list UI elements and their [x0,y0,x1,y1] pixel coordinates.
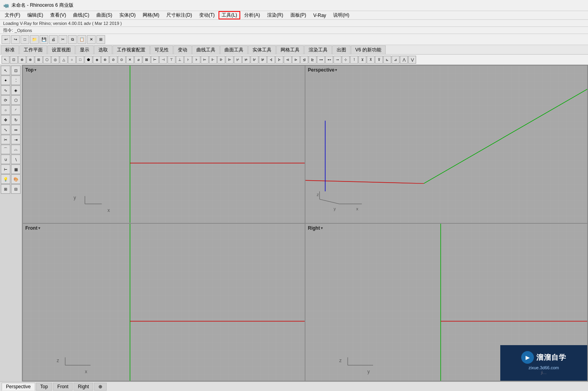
icon-tool-11[interactable]: ◈ [93,56,101,64]
menu-item-L[interactable]: 工具(L) [219,11,240,19]
save-button[interactable]: 💾 [40,35,48,44]
right-viewport-label[interactable]: Right ▾ [308,225,323,231]
icon-tool-14[interactable]: ⊙ [118,56,126,64]
menu-item-VRay[interactable]: V-Ray [310,12,330,19]
new-button[interactable]: □ [21,35,29,44]
menu-item-O[interactable]: 实体(O) [116,11,139,19]
select-all-button[interactable]: ⊞ [96,35,105,44]
icon-tool-21[interactable]: ⊥ [176,56,184,64]
icon-tool-22[interactable]: ⊦ [184,56,192,64]
chamfer-tool[interactable]: ⌓ [11,145,21,154]
icon-tool-49[interactable]: ⋁ [408,56,416,64]
render-tool[interactable]: 💡 [1,174,10,184]
icon-tool-13[interactable]: ⊘ [109,56,117,64]
icon-tool-25[interactable]: ⊩ [209,56,217,64]
bottom-tab-top[interactable]: Top [36,383,52,391]
icon-tool-4[interactable]: ⊞ [35,56,43,64]
trim-tool[interactable]: ✂ [1,135,10,144]
tab-工作视窗配置[interactable]: 工作视窗配置 [113,45,150,54]
icon-tool-26[interactable]: ⊪ [217,56,225,64]
menu-item-C[interactable]: 曲线(C) [70,11,92,19]
tab-标准[interactable]: 标准 [1,45,19,54]
fillet-tool[interactable]: ⌒ [1,145,10,154]
icon-tool-30[interactable]: ⊮ [251,56,258,64]
icon-tool-45[interactable]: ⊽ [375,56,383,64]
menu-item-T[interactable]: 变动(T) [196,11,218,19]
point-cloud-tool[interactable]: ⁚ [11,76,21,85]
top-viewport-label[interactable]: Top ▾ [25,67,36,73]
icon-tool-28[interactable]: ⊬ [234,56,242,64]
icon-tool-2[interactable]: ⊕ [18,56,26,64]
icon-tool-34[interactable]: ⊲ [284,56,292,64]
bottom-tab-right[interactable]: Right [74,383,93,391]
select-sub-tool[interactable]: ⊡ [11,66,21,75]
point-tool[interactable]: ✦ [1,76,10,85]
snap-tool[interactable]: ⊟ [11,184,21,194]
icon-tool-38[interactable]: ⊶ [317,56,325,64]
cut-button[interactable]: ✂ [58,35,67,44]
menu-item-A[interactable]: 分析(A) [241,11,263,19]
extend-tool[interactable]: ⇥ [11,135,21,144]
mirror-tool[interactable]: ⇔ [11,125,21,134]
icon-tool-36[interactable]: ⊴ [300,56,308,64]
icon-tool-43[interactable]: ⊻ [358,56,366,64]
icon-tool-18[interactable]: ⊢ [151,56,159,64]
icon-tool-46[interactable]: ⊾ [383,56,391,64]
icon-tool-23[interactable]: ⊧ [192,56,200,64]
icon-tool-6[interactable]: ◎ [51,56,59,64]
icon-tool-12[interactable]: ⊛ [101,56,109,64]
menu-item-S[interactable]: 曲面(S) [93,11,115,19]
viewport-right[interactable]: z y Right ▾ ▶ 溜溜自学 zixue.3d66.com ji... [305,224,587,381]
menu-item-F[interactable]: 文件(F) [2,11,23,19]
tab-网格工具[interactable]: 网格工具 [276,45,304,54]
perspective-dropdown-arrow[interactable]: ▾ [335,68,337,72]
transform-tool[interactable]: ⟳ [1,95,10,105]
curve-tool[interactable]: ∿ [1,85,10,95]
icon-tool-31[interactable]: ⊯ [259,56,267,64]
rotate-tool[interactable]: ↻ [11,115,21,125]
icon-tool-9[interactable]: □ [76,56,84,64]
tab-设置视图[interactable]: 设置视图 [47,45,75,54]
menu-item-D[interactable]: 尺寸标注(D) [163,11,195,19]
icon-tool-29[interactable]: ⊭ [242,56,250,64]
arc-tool[interactable]: ◜ [11,105,21,115]
material-tool[interactable]: 🎨 [11,174,21,184]
icon-tool-17[interactable]: ⊠ [143,56,151,64]
tab-曲线工具[interactable]: 曲线工具 [192,45,220,54]
front-viewport-label[interactable]: Front ▾ [25,225,40,231]
icon-tool-24[interactable]: ⊨ [201,56,209,64]
icon-tool-0[interactable]: ↖ [2,56,9,64]
menu-item-P[interactable]: 面板(P) [287,11,309,19]
tab-出图[interactable]: 出图 [332,45,351,54]
move-tool[interactable]: ✥ [1,115,10,125]
icon-tool-16[interactable]: ⌀ [134,56,142,64]
icon-tool-37[interactable]: ⊵ [309,56,317,64]
icon-tool-7[interactable]: △ [60,56,68,64]
icon-tool-19[interactable]: ⊣ [159,56,167,64]
tab-实体工具[interactable]: 实体工具 [248,45,276,54]
icon-tool-44[interactable]: ⊼ [367,56,375,64]
tab-渲染工具[interactable]: 渲染工具 [304,45,332,54]
icon-tool-48[interactable]: ⋀ [400,56,408,64]
viewport-perspective[interactable]: z y x Perspective ▾ [305,66,587,223]
open-button[interactable]: 📁 [30,35,39,44]
boolean-union[interactable]: ∪ [1,155,10,164]
front-dropdown-arrow[interactable]: ▾ [38,226,40,230]
icon-tool-42[interactable]: ⊺ [350,56,358,64]
tab-变动[interactable]: 变动 [173,45,192,54]
boolean-diff[interactable]: ∖ [11,155,21,164]
viewport-top[interactable]: y x Top ▾ [23,66,305,223]
tab-工作平面[interactable]: 工作平面 [19,45,47,54]
icon-tool-33[interactable]: ⊱ [275,56,283,64]
paste-button[interactable]: 📋 [77,35,86,44]
tab-显示[interactable]: 显示 [75,45,94,54]
top-dropdown-arrow[interactable]: ▾ [34,68,36,72]
icon-tool-32[interactable]: ⊰ [267,56,275,64]
tab-曲面工具[interactable]: 曲面工具 [220,45,248,54]
tab-V6 的新功能[interactable]: V6 的新功能 [351,45,386,54]
dim-tool[interactable]: ⊢ [1,164,10,174]
viewport-front[interactable]: z x Front ▾ [23,224,305,381]
undo-button[interactable]: ↩ [2,35,10,44]
delete-button[interactable]: ✕ [87,35,96,44]
grid-tool[interactable]: ⊞ [1,184,10,194]
